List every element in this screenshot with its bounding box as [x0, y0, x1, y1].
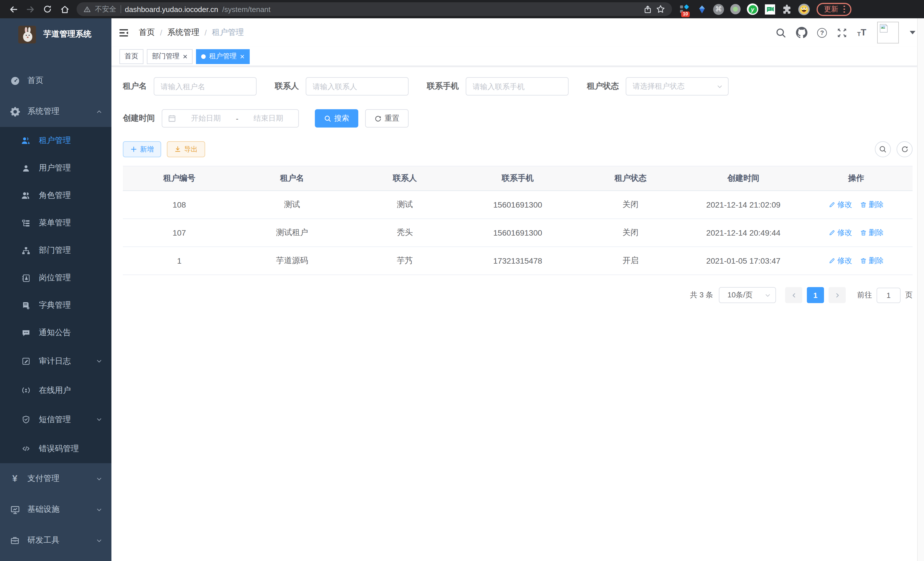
download-icon: [174, 146, 181, 153]
edit-link[interactable]: 修改: [829, 228, 852, 238]
breadcrumb-home[interactable]: 首页: [139, 27, 155, 38]
profile-avatar[interactable]: [798, 3, 810, 15]
sidebar-item-dept[interactable]: 部门管理: [0, 237, 111, 264]
browser-home-button[interactable]: [56, 2, 73, 17]
tag-tenant[interactable]: 租户管理: [196, 49, 250, 64]
breadcrumb-separator: /: [160, 28, 162, 37]
dot-circle-icon: [730, 3, 741, 15]
extension-icon-1[interactable]: 10: [679, 3, 690, 15]
extension-icon-5[interactable]: y: [747, 3, 758, 15]
extension-icon-4[interactable]: [730, 3, 741, 15]
app-title: 芋道管理系统: [44, 29, 92, 39]
sidebar-item-label: 菜单管理: [39, 218, 71, 228]
page-scrollbar[interactable]: [917, 18, 924, 561]
close-icon[interactable]: [183, 54, 188, 59]
cell-tenant-id: 107: [123, 219, 236, 247]
sidebar-item-system[interactable]: 系统管理: [0, 96, 111, 127]
sidebar-item-label: 字典管理: [39, 300, 71, 311]
sidebar-item-infra[interactable]: 基础设施: [0, 494, 111, 525]
extension-icon-3[interactable]: ⌘: [713, 4, 724, 15]
prev-page-button[interactable]: [785, 287, 802, 303]
date-range-picker[interactable]: 开始日期 - 结束日期: [162, 109, 299, 128]
filter-row-2: 创建时间 开始日期 - 结束日期 搜索 重置: [123, 109, 913, 128]
reset-button[interactable]: 重置: [365, 109, 409, 128]
url-path[interactable]: /system/tenant: [222, 5, 271, 14]
refresh-table-button[interactable]: [897, 141, 913, 157]
sidebar-item-post[interactable]: 岗位管理: [0, 264, 111, 292]
sidebar-item-audit-log[interactable]: 审计日志: [0, 347, 111, 376]
cell-status: 关闭: [574, 191, 687, 219]
delete-link[interactable]: 删除: [860, 256, 884, 266]
delete-label: 删除: [869, 228, 884, 238]
browser-back-button[interactable]: [4, 2, 22, 17]
add-button[interactable]: 新增: [123, 141, 161, 157]
edit-link[interactable]: 修改: [829, 200, 852, 210]
sidebar-item-tenant[interactable]: 租户管理: [0, 127, 111, 154]
extension-icon-2[interactable]: [696, 3, 707, 15]
extension-badge: 10: [681, 11, 690, 17]
url-host[interactable]: dashboard.yudao.iocoder.cn: [125, 5, 218, 14]
mobile-input[interactable]: [466, 77, 568, 96]
roles-icon: [21, 191, 30, 200]
caret-down-icon[interactable]: [910, 31, 915, 34]
page-number-button[interactable]: 1: [807, 287, 824, 303]
browser-reload-button[interactable]: [39, 2, 56, 17]
sidebar-menu: 首页 系统管理 租户管理: [0, 65, 111, 556]
tenant-name-input[interactable]: [154, 77, 256, 96]
user-avatar[interactable]: [877, 22, 899, 44]
edit-link[interactable]: 修改: [829, 256, 852, 266]
address-bar[interactable]: 不安全 dashboard.yudao.iocoder.cn/system/te…: [76, 2, 672, 16]
bookmark-star-icon[interactable]: [656, 5, 665, 14]
export-button[interactable]: 导出: [167, 141, 205, 157]
fullscreen-icon[interactable]: [837, 27, 848, 38]
tag-dept[interactable]: 部门管理: [147, 49, 193, 64]
sidebar-item-menu[interactable]: 菜单管理: [0, 209, 111, 237]
browser-forward-button[interactable]: [22, 2, 39, 17]
help-icon[interactable]: ?: [817, 28, 827, 38]
status-select[interactable]: 请选择租户状态: [626, 77, 729, 96]
edit-icon: [829, 257, 836, 264]
sidebar-item-user[interactable]: 用户管理: [0, 154, 111, 182]
puzzle-icon: [782, 4, 792, 14]
sidebar-item-role[interactable]: 角色管理: [0, 182, 111, 209]
sidebar-logo[interactable]: 芋道管理系统: [0, 18, 111, 50]
delete-link[interactable]: 删除: [860, 200, 884, 210]
edit-label: 修改: [837, 228, 852, 238]
chevron-right-icon: [834, 292, 840, 298]
page-size-select[interactable]: 10条/页: [719, 287, 776, 303]
sidebar-item-home[interactable]: 首页: [0, 65, 111, 96]
show-search-button[interactable]: [875, 141, 891, 157]
sidebar-item-dict[interactable]: 字典管理: [0, 292, 111, 319]
goto-page-input[interactable]: [877, 287, 901, 303]
sidebar-fold-button[interactable]: [118, 27, 129, 38]
tenant-users-icon: [21, 136, 30, 145]
sidebar-item-notice[interactable]: 通知公告: [0, 319, 111, 347]
sidebar-item-devtools[interactable]: 研发工具: [0, 525, 111, 556]
delete-link[interactable]: 删除: [860, 228, 884, 238]
chevron-down-icon: [96, 537, 102, 544]
cell-actions: 修改删除: [800, 191, 913, 219]
share-icon[interactable]: [644, 5, 652, 14]
next-page-button[interactable]: [829, 287, 846, 303]
search-icon[interactable]: [776, 27, 786, 38]
edit-icon: [829, 229, 836, 236]
calendar-icon: [168, 114, 176, 122]
sidebar-item-sms[interactable]: 短信管理: [0, 405, 111, 434]
sidebar-item-error-code[interactable]: 错误码管理: [0, 434, 111, 463]
sidebar-item-pay[interactable]: ¥ 支付管理: [0, 463, 111, 494]
sidebar-item-online-users[interactable]: 在线用户: [0, 376, 111, 405]
github-icon[interactable]: [796, 27, 807, 38]
tag-home[interactable]: 首页: [119, 49, 143, 64]
mobile-label: 联系手机: [427, 81, 459, 92]
browser-update-button[interactable]: 更新: [817, 3, 851, 16]
contact-input[interactable]: [306, 77, 409, 96]
cell-status: 开启: [574, 247, 687, 275]
extension-icon-6[interactable]: [764, 3, 776, 15]
font-size-icon[interactable]: TT: [857, 28, 866, 37]
breadcrumb-system[interactable]: 系统管理: [167, 27, 200, 38]
search-button[interactable]: 搜索: [315, 109, 358, 128]
close-icon[interactable]: [240, 54, 244, 59]
browser-menu-dots-icon[interactable]: [843, 5, 845, 13]
security-label[interactable]: 不安全: [95, 4, 116, 14]
extensions-puzzle-icon[interactable]: [781, 3, 793, 15]
